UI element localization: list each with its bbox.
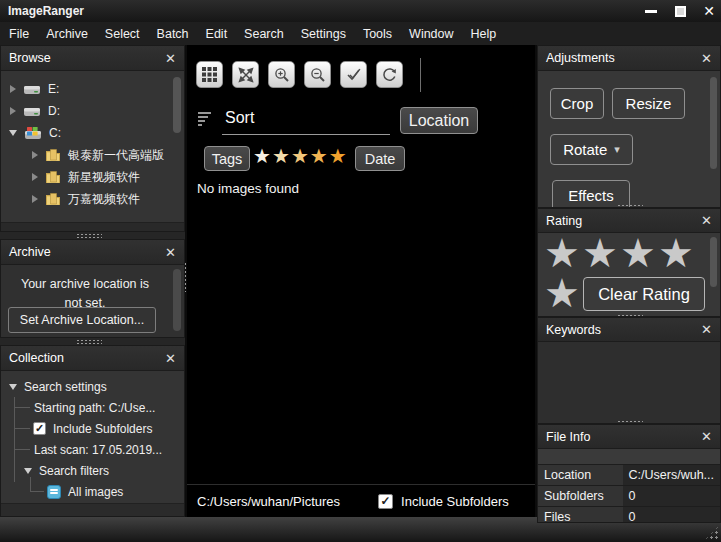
menu-settings[interactable]: Settings [301, 27, 346, 41]
rating-panel: Rating ✕ ★ ★ ★ ★ ★ Clear Rating [537, 208, 721, 317]
rating-scrollbar[interactable] [710, 237, 717, 287]
location-button[interactable]: Location [400, 107, 478, 134]
star-icon[interactable]: ★ [544, 275, 580, 311]
rating-close-icon[interactable]: ✕ [701, 214, 712, 227]
browse-hscroll-track[interactable] [1, 222, 184, 231]
rating-panel-header[interactable]: Rating ✕ [538, 209, 720, 233]
tree-item-last-scan[interactable]: Last scan: 17.05.2019... [1, 439, 184, 460]
menu-window[interactable]: Window [409, 27, 453, 41]
splitter-handle[interactable] [76, 233, 102, 238]
browse-scrollbar[interactable] [173, 77, 181, 133]
effects-button[interactable]: Effects [552, 180, 630, 207]
tree-item-drive-e[interactable]: E: [1, 78, 184, 100]
table-row: Files 0 [538, 506, 720, 522]
archive-panel-header[interactable]: Archive ✕ [1, 240, 184, 265]
star-icon[interactable]: ★ [544, 235, 580, 271]
keywords-panel: Keywords ✕ [537, 317, 721, 424]
include-subfolders-checkbox[interactable]: ✓ [33, 422, 46, 435]
file-info-close-icon[interactable]: ✕ [701, 430, 712, 443]
close-icon: ✕ [703, 4, 715, 18]
include-subfolders-checkbox[interactable]: ✓ [378, 494, 393, 509]
browse-panel: Browse ✕ E: D: [0, 45, 185, 232]
sort-icon[interactable] [198, 111, 216, 126]
sort-dropdown[interactable]: Sort [225, 109, 254, 127]
tree-item-folder[interactable]: 新星视频软件 [1, 166, 184, 188]
crop-button[interactable]: Crop [550, 88, 604, 119]
menu-search[interactable]: Search [244, 27, 284, 41]
zoom-out-button[interactable] [304, 61, 331, 88]
date-button[interactable]: Date [355, 146, 405, 171]
expand-arrow-icon[interactable] [32, 195, 38, 203]
tree-item-folder[interactable]: 万嘉视频软件 [1, 188, 184, 210]
menu-tools[interactable]: Tools [363, 27, 392, 41]
browse-close-icon[interactable]: ✕ [165, 52, 176, 65]
tree-item-search-filters[interactable]: Search filters [1, 460, 184, 481]
center-status-bar: C:/Users/wuhan/Pictures ✓ Include Subfol… [187, 484, 535, 517]
image-view-area: Sort Location Tags ★ ★ ★ ★ ★ Date No ima… [187, 45, 535, 517]
collapse-arrow-icon[interactable] [9, 130, 17, 136]
thumbnail-grid-button[interactable] [196, 61, 223, 88]
star-icon[interactable]: ★ [291, 144, 310, 168]
collection-panel-header[interactable]: Collection ✕ [1, 346, 184, 371]
minimize-button[interactable] [643, 3, 659, 19]
expand-arrow-icon[interactable] [10, 107, 16, 115]
menu-bar: File Archive Select Batch Edit Search Se… [0, 22, 721, 45]
collapse-arrow-icon[interactable] [24, 468, 32, 474]
zoom-in-button[interactable] [268, 61, 295, 88]
splitter-handle[interactable] [76, 339, 102, 344]
menu-help[interactable]: Help [471, 27, 497, 41]
adjustments-body: Crop Resize Rotate ▾ Effects [538, 71, 720, 207]
tags-button[interactable]: Tags [204, 146, 250, 171]
file-info-value: 0 [623, 506, 720, 522]
expand-arrow-icon[interactable] [32, 151, 38, 159]
star-icon[interactable]: ★ [253, 144, 272, 168]
file-info-panel-header[interactable]: File Info ✕ [538, 425, 720, 449]
maximize-button[interactable] [672, 3, 688, 19]
collection-close-icon[interactable]: ✕ [165, 352, 176, 365]
checkmark-icon: ✓ [381, 495, 391, 507]
all-images-icon [47, 485, 61, 499]
tree-item-include-subfolders[interactable]: ✓ Include Subfolders [1, 418, 184, 439]
star-icon[interactable]: ★ [658, 235, 694, 271]
star-icon[interactable]: ★ [329, 144, 348, 168]
expand-arrow-icon[interactable] [10, 85, 16, 93]
resize-button[interactable]: Resize [612, 88, 685, 119]
menu-archive[interactable]: Archive [46, 27, 88, 41]
clear-rating-button[interactable]: Clear Rating [583, 277, 705, 311]
archive-close-icon[interactable]: ✕ [165, 246, 176, 259]
star-icon[interactable]: ★ [310, 144, 329, 168]
zoom-in-icon [274, 67, 290, 83]
star-icon[interactable]: ★ [272, 144, 291, 168]
menu-batch[interactable]: Batch [157, 27, 189, 41]
adjustments-close-icon[interactable]: ✕ [701, 52, 712, 65]
close-button[interactable]: ✕ [701, 3, 717, 19]
tree-item-folder[interactable]: 银泰新一代高端版 [1, 144, 184, 166]
adjustments-panel-header[interactable]: Adjustments ✕ [538, 46, 720, 71]
menu-file[interactable]: File [9, 27, 29, 41]
tree-item-drive-d[interactable]: D: [1, 100, 184, 122]
tree-item-drive-c[interactable]: C: [1, 122, 184, 144]
keywords-panel-header[interactable]: Keywords ✕ [538, 318, 720, 342]
menu-edit[interactable]: Edit [206, 27, 228, 41]
table-row [538, 449, 720, 464]
menu-select[interactable]: Select [105, 27, 140, 41]
keywords-close-icon[interactable]: ✕ [701, 323, 712, 336]
collection-hscroll-track[interactable] [1, 503, 184, 516]
fullscreen-button[interactable] [232, 61, 259, 88]
select-check-button[interactable] [340, 61, 367, 88]
rotate-button[interactable]: Rotate ▾ [550, 134, 633, 165]
collapse-arrow-icon[interactable] [9, 384, 17, 390]
tree-item-all-images[interactable]: All images [1, 481, 184, 502]
rotate-label: Rotate [563, 141, 607, 158]
archive-scrollbar[interactable] [173, 269, 181, 331]
archive-panel-title: Archive [9, 245, 165, 259]
tree-item-search-settings[interactable]: Search settings [1, 376, 184, 397]
refresh-button[interactable] [376, 61, 403, 88]
star-icon[interactable]: ★ [620, 235, 656, 271]
tree-item-starting-path[interactable]: Starting path: C:/Use... [1, 397, 184, 418]
expand-arrow-icon[interactable] [32, 173, 38, 181]
browse-panel-header[interactable]: Browse ✕ [1, 46, 184, 71]
adjustments-scrollbar[interactable] [710, 77, 717, 169]
set-archive-location-button[interactable]: Set Archive Location... [8, 307, 156, 333]
star-icon[interactable]: ★ [582, 235, 618, 271]
